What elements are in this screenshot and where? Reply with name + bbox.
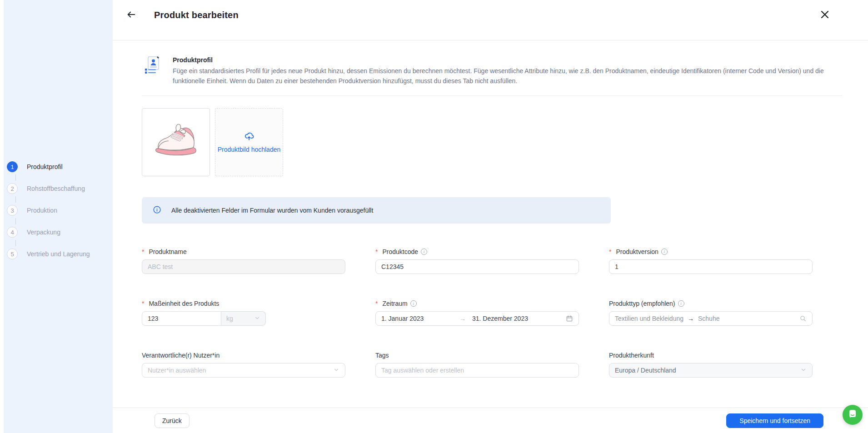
field-label-text: Produkttyp (empfohlen)	[609, 299, 675, 309]
produktversion-input[interactable]	[609, 259, 813, 274]
product-form-grid: Produktname Produktcode i Produktversion…	[142, 247, 843, 378]
info-circle-icon	[153, 205, 161, 216]
back-arrow-button[interactable]	[123, 7, 140, 23]
close-icon	[819, 9, 830, 21]
field-label-text: Produktversion	[616, 247, 658, 257]
step-number: 4	[7, 227, 18, 238]
produkttyp-subcategory: Schuhe	[698, 315, 719, 322]
step-number: 1	[7, 161, 18, 172]
unit-value: kg	[226, 315, 233, 322]
step-rohstoffbeschaffung[interactable]: 2 Rohstoffbeschaffung	[7, 183, 113, 194]
end-date[interactable]: 31. Dezember 2023	[472, 315, 528, 322]
field-zeitraum: Zeitraum i 1. Januar 2023 → 31. Dezember…	[375, 299, 579, 326]
step-label: Rohstoffbeschaffung	[27, 185, 85, 192]
step-label: Produktprofil	[27, 163, 63, 170]
step-connector	[15, 196, 16, 203]
section-text: Produktprofil Füge ein standardisiertes …	[173, 55, 843, 86]
step-label: Produktion	[27, 207, 57, 214]
field-produktcode: Produktcode i	[375, 247, 579, 274]
nutzer-select[interactable]: Nutzer*in auswählen	[142, 363, 345, 378]
sneaker-illustration	[146, 112, 205, 173]
product-image-row: Produktbild hochladen	[142, 108, 843, 176]
start-date[interactable]: 1. Januar 2023	[381, 315, 459, 322]
field-produktname: Produktname	[142, 247, 345, 274]
step-vertrieb-und-lagerung[interactable]: 5 Vertrieb und Lagerung	[7, 249, 113, 259]
chat-bubble-icon	[848, 409, 858, 421]
page-title: Produkt bearbeiten	[154, 10, 239, 20]
chevron-down-icon	[254, 315, 260, 323]
arrow-right-icon: →	[688, 315, 694, 322]
field-label: Produktname	[142, 247, 345, 257]
chevron-down-icon	[800, 367, 807, 374]
select-placeholder: Nutzer*in auswählen	[148, 367, 206, 374]
step-produktion[interactable]: 3 Produktion	[7, 205, 113, 216]
step-connector	[15, 218, 16, 224]
field-label: Produktcode i	[375, 247, 579, 257]
field-produktherkunft: Produktherkunft Europa / Deutschland	[609, 350, 813, 378]
masseinheit-unit-select[interactable]: kg	[221, 311, 266, 326]
field-label: Verantwortliche(r) Nutzer*in	[142, 350, 345, 360]
field-produktversion: Produktversion i	[609, 247, 813, 274]
field-tags: Tags	[375, 350, 579, 378]
produkttyp-category: Textilien und Bekleidung	[615, 315, 683, 322]
page-header: Produkt bearbeiten	[113, 0, 868, 40]
chevron-down-icon	[333, 367, 339, 374]
masseinheit-value-input[interactable]	[142, 311, 221, 326]
step-connector	[15, 240, 16, 246]
info-banner-text: Alle deaktivierten Felder im Formular wu…	[171, 207, 373, 214]
range-arrow-icon: →	[459, 315, 466, 322]
tags-input[interactable]	[375, 363, 579, 378]
field-produkttyp: Produkttyp (empfohlen) i Textilien und B…	[609, 299, 813, 326]
produktherkunft-select[interactable]: Europa / Deutschland	[609, 363, 813, 378]
field-label: Tags	[375, 350, 579, 360]
section-divider	[142, 95, 843, 96]
info-icon[interactable]: i	[421, 249, 427, 255]
zeitraum-daterange-picker[interactable]: 1. Januar 2023 → 31. Dezember 2023	[375, 311, 579, 326]
field-label: Zeitraum i	[375, 299, 579, 309]
upload-label: Produktbild hochladen	[218, 146, 281, 153]
select-value: Europa / Deutschland	[615, 367, 676, 374]
step-produktprofil[interactable]: 1 Produktprofil	[7, 161, 113, 172]
close-button[interactable]	[817, 7, 833, 23]
stepper-sidebar: 1 Produktprofil 2 Rohstoffbeschaffung 3 …	[0, 0, 113, 433]
cloud-upload-icon	[244, 131, 254, 143]
step-number: 5	[7, 249, 18, 259]
back-button[interactable]: Zurück	[155, 413, 190, 428]
field-label-text: Produktcode	[382, 247, 418, 257]
masseinheit-group: kg	[142, 311, 266, 326]
product-image-thumbnail[interactable]	[142, 108, 210, 176]
produktcode-input[interactable]	[375, 259, 579, 274]
edit-product-page: 1 Produktprofil 2 Rohstoffbeschaffung 3 …	[0, 0, 868, 433]
field-label: Produktversion i	[609, 247, 813, 257]
chat-launcher-button[interactable]	[843, 405, 863, 425]
arrow-left-icon	[126, 10, 136, 21]
info-icon[interactable]: i	[678, 300, 684, 307]
save-and-continue-button[interactable]: Speichern und fortsetzen	[726, 413, 823, 428]
section-description: Füge ein standardisiertes Profil für jed…	[173, 66, 843, 86]
upload-product-image-dropzone[interactable]: Produktbild hochladen	[215, 108, 283, 176]
step-number: 3	[7, 205, 18, 216]
search-icon	[799, 315, 807, 322]
footer-bar: Zurück Speichern und fortsetzen	[113, 408, 868, 433]
calendar-icon	[566, 315, 573, 322]
section-title: Produktprofil	[173, 55, 843, 65]
field-verantwortlicher-nutzer: Verantwortliche(r) Nutzer*in Nutzer*in a…	[142, 350, 345, 378]
info-banner: Alle deaktivierten Felder im Formular wu…	[142, 197, 611, 224]
info-icon[interactable]: i	[661, 249, 668, 255]
step-label: Vertrieb und Lagerung	[27, 250, 90, 258]
stepper: 1 Produktprofil 2 Rohstoffbeschaffung 3 …	[7, 161, 113, 259]
field-masseinheit: Maßeinheit des Produkts kg	[142, 299, 345, 326]
step-verpackung[interactable]: 4 Verpackung	[7, 227, 113, 238]
main-panel: Produkt bearbeiten	[113, 0, 868, 433]
product-profile-card-icon	[144, 56, 160, 74]
produktname-input[interactable]	[142, 259, 345, 274]
produktprofil-section-header: Produktprofil Füge ein standardisiertes …	[142, 55, 843, 86]
produkttyp-select[interactable]: Textilien und Bekleidung → Schuhe	[609, 311, 813, 326]
step-connector	[15, 174, 16, 181]
field-label: Produkttyp (empfohlen) i	[609, 299, 813, 309]
field-label: Produktherkunft	[609, 350, 813, 360]
step-number: 2	[7, 183, 18, 194]
step-label: Verpackung	[27, 229, 60, 236]
info-icon[interactable]: i	[410, 300, 417, 307]
form-content: Produktprofil Füge ein standardisiertes …	[113, 40, 868, 408]
